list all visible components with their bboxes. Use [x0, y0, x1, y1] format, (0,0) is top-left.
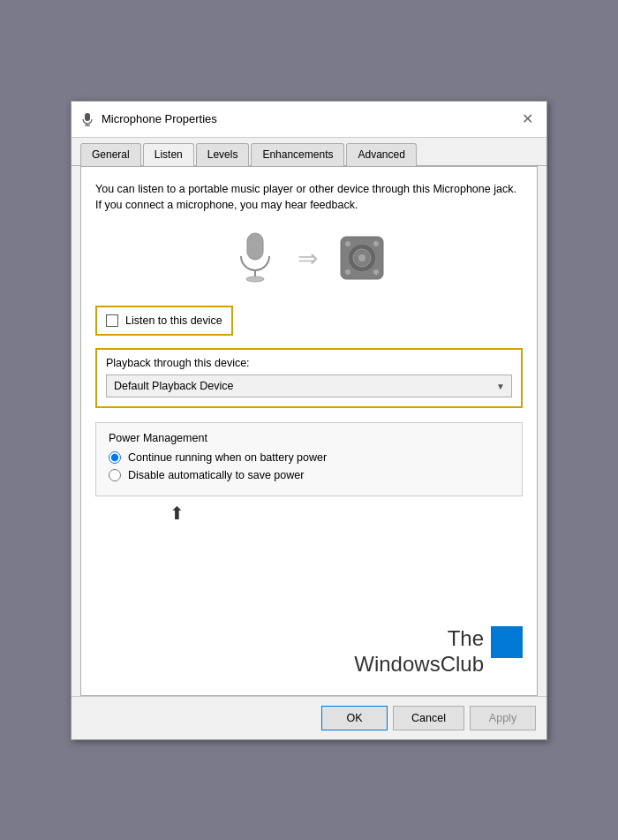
tab-levels[interactable]: Levels: [196, 143, 250, 166]
svg-point-14: [373, 269, 379, 275]
tab-content: You can listen to a portable music playe…: [80, 166, 538, 696]
power-title: Power Management: [109, 432, 509, 444]
arrow-icon: ⇒: [298, 244, 318, 273]
radio-disable-label: Disable automatically to save power: [128, 469, 304, 481]
listen-section: Listen to this device: [95, 306, 233, 336]
playback-label: Playback through this device:: [106, 357, 512, 369]
title-bar-left: Microphone Properties: [80, 112, 217, 126]
cursor-icon: ⬆: [170, 503, 185, 524]
svg-point-10: [358, 254, 366, 261]
microphone-icon: [80, 112, 94, 126]
svg-point-6: [246, 276, 264, 282]
tab-general[interactable]: General: [80, 143, 141, 166]
tab-listen[interactable]: Listen: [143, 143, 194, 166]
watermark-square: [491, 626, 523, 658]
ok-button[interactable]: OK: [321, 706, 388, 730]
tab-bar: General Listen Levels Enhancements Advan…: [72, 138, 546, 166]
window-title: Microphone Properties: [102, 112, 217, 125]
apply-button[interactable]: Apply: [470, 706, 536, 730]
playback-section: Playback through this device: Default Pl…: [95, 348, 523, 408]
svg-rect-3: [247, 233, 263, 260]
playback-select-wrapper: Default Playback Device Speakers Headpho…: [106, 375, 512, 397]
title-bar: Microphone Properties ✕: [72, 102, 546, 138]
radio-option-2: Disable automatically to save power: [109, 469, 509, 481]
svg-point-11: [345, 241, 350, 246]
playback-select[interactable]: Default Playback Device Speakers Headpho…: [106, 375, 512, 397]
cancel-button[interactable]: Cancel: [393, 706, 464, 730]
svg-rect-0: [85, 113, 90, 121]
radio-option-1: Continue running when on battery power: [109, 451, 509, 464]
diagram-speaker-icon: [339, 235, 385, 281]
listen-label: Listen to this device: [125, 314, 222, 327]
radio-continue[interactable]: [109, 451, 121, 464]
device-diagram: ⇒: [95, 231, 523, 284]
watermark-text-line1: The WindowsClub: [354, 626, 484, 677]
microphone-properties-window: Microphone Properties ✕ General Listen L…: [71, 101, 547, 740]
radio-continue-label: Continue running when on battery power: [128, 451, 327, 464]
description-text: You can listen to a portable music playe…: [95, 181, 523, 215]
bottom-bar: OK Cancel Apply: [72, 696, 546, 739]
close-button[interactable]: ✕: [516, 109, 538, 130]
listen-checkbox[interactable]: [106, 314, 118, 327]
svg-point-12: [373, 241, 379, 246]
diagram-microphone-icon: [234, 231, 276, 284]
watermark-inner: The WindowsClub: [354, 626, 523, 677]
svg-point-13: [345, 269, 350, 275]
power-management-section: Power Management Continue running when o…: [95, 422, 523, 496]
radio-disable[interactable]: [109, 469, 121, 481]
watermark: The WindowsClub: [354, 626, 523, 677]
tab-enhancements[interactable]: Enhancements: [251, 143, 344, 166]
tab-advanced[interactable]: Advanced: [346, 143, 416, 166]
